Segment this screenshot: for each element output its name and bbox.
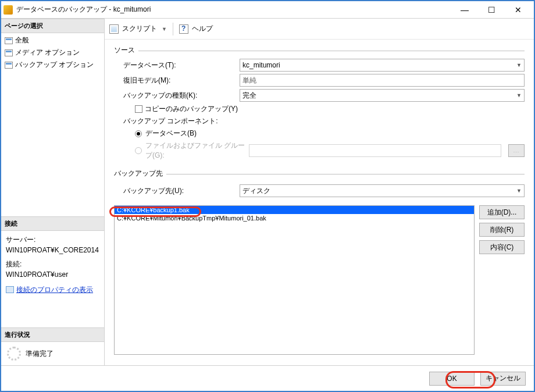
recovery-model-field: 単純 bbox=[240, 74, 525, 87]
component-label: バックアップ コンポーネント: bbox=[123, 116, 240, 126]
database-radio-label: データベース(B) bbox=[145, 129, 197, 138]
chevron-down-icon: ▼ bbox=[516, 62, 522, 68]
destination-group-label: バックアップ先 bbox=[114, 169, 166, 177]
sidebar-item-label: バックアップ オプション bbox=[15, 60, 94, 70]
sidebar-item-media[interactable]: メディア オプション bbox=[1, 47, 104, 59]
filegroup-radio-label: ファイルおよびファイル グループ(G): bbox=[145, 141, 245, 161]
copy-only-checkbox[interactable] bbox=[135, 105, 142, 113]
add-button[interactable]: 追加(D)... bbox=[479, 205, 525, 219]
ok-button[interactable]: OK bbox=[429, 372, 475, 386]
page-icon bbox=[5, 37, 13, 44]
database-label: データベース(T): bbox=[123, 60, 240, 70]
connection-value: WIN10PROAT¥user bbox=[6, 269, 99, 280]
contents-button[interactable]: 内容(C) bbox=[479, 240, 525, 254]
properties-icon bbox=[6, 286, 14, 293]
filegroup-radio bbox=[135, 147, 142, 154]
window-title: データベースのバックアップ - kc_mitumori bbox=[16, 5, 451, 15]
help-icon bbox=[179, 24, 188, 34]
backup-to-combo[interactable]: ディスク▼ bbox=[240, 184, 525, 197]
filegroup-field bbox=[249, 144, 501, 157]
database-combo[interactable]: kc_mitumori▼ bbox=[240, 59, 525, 72]
script-icon bbox=[109, 24, 119, 34]
list-item[interactable]: C:¥KCORE¥backup1.bak bbox=[115, 206, 474, 214]
spinner-icon bbox=[7, 347, 21, 361]
chevron-down-icon[interactable]: ▼ bbox=[162, 26, 167, 32]
sidebar-item-backup-options[interactable]: バックアップ オプション bbox=[1, 59, 104, 71]
script-button[interactable]: スクリプト bbox=[122, 24, 157, 34]
cancel-button[interactable]: キャンセル bbox=[480, 372, 526, 386]
page-icon bbox=[5, 62, 13, 69]
sidebar-item-label: 全般 bbox=[15, 35, 29, 45]
connection-info: サーバー: WIN10PROAT¥K_CORE2014 接続: WIN10PRO… bbox=[1, 231, 104, 298]
sidebar-item-label: メディア オプション bbox=[15, 48, 80, 58]
database-icon bbox=[3, 5, 13, 15]
connection-header: 接続 bbox=[1, 216, 104, 231]
filegroup-browse-button[interactable]: ... bbox=[508, 144, 525, 157]
close-button[interactable]: ✕ bbox=[505, 2, 532, 18]
chevron-down-icon: ▼ bbox=[516, 188, 522, 194]
progress-header: 進行状況 bbox=[1, 327, 104, 342]
titlebar[interactable]: データベースのバックアップ - kc_mitumori — ☐ ✕ bbox=[1, 1, 534, 19]
recovery-model-label: 復旧モデル(M): bbox=[123, 76, 240, 85]
page-icon bbox=[5, 49, 13, 56]
connection-properties-link[interactable]: 接続のプロパティの表示 bbox=[6, 284, 99, 295]
connection-label: 接続: bbox=[6, 259, 99, 269]
destination-list[interactable]: C:¥KCORE¥backup1.bak C:¥KCORE¥Mitumori¥B… bbox=[114, 205, 475, 355]
pages-header: ページの選択 bbox=[1, 19, 104, 33]
chevron-down-icon: ▼ bbox=[516, 92, 522, 98]
sidebar: ページの選択 全般 メディア オプション バックアップ オプション 接続 サーバ… bbox=[1, 19, 105, 365]
progress-status: 準備完了 bbox=[26, 349, 54, 359]
maximize-button[interactable]: ☐ bbox=[478, 2, 505, 18]
backup-type-label: バックアップの種類(K): bbox=[123, 91, 240, 101]
minimize-button[interactable]: — bbox=[451, 2, 478, 18]
separator bbox=[173, 23, 173, 35]
toolbar: スクリプト ▼ ヘルプ bbox=[105, 19, 534, 40]
backup-to-label: バックアップ先(U): bbox=[123, 186, 240, 196]
backup-type-combo[interactable]: 完全▼ bbox=[240, 89, 525, 102]
source-group-label: ソース bbox=[114, 46, 138, 54]
list-item[interactable]: C:¥KCORE¥Mitumori¥BackupTmp¥Mitumori_01.… bbox=[115, 214, 474, 222]
remove-button[interactable]: 削除(R) bbox=[479, 223, 525, 237]
server-label: サーバー: bbox=[6, 234, 99, 245]
help-button[interactable]: ヘルプ bbox=[192, 24, 213, 34]
footer: OK キャンセル bbox=[1, 365, 534, 391]
copy-only-label: コピーのみのバックアップ(Y) bbox=[145, 104, 238, 114]
sidebar-item-general[interactable]: 全般 bbox=[1, 34, 104, 47]
database-radio[interactable] bbox=[135, 130, 142, 137]
server-value: WIN10PROAT¥K_CORE2014 bbox=[6, 245, 99, 255]
